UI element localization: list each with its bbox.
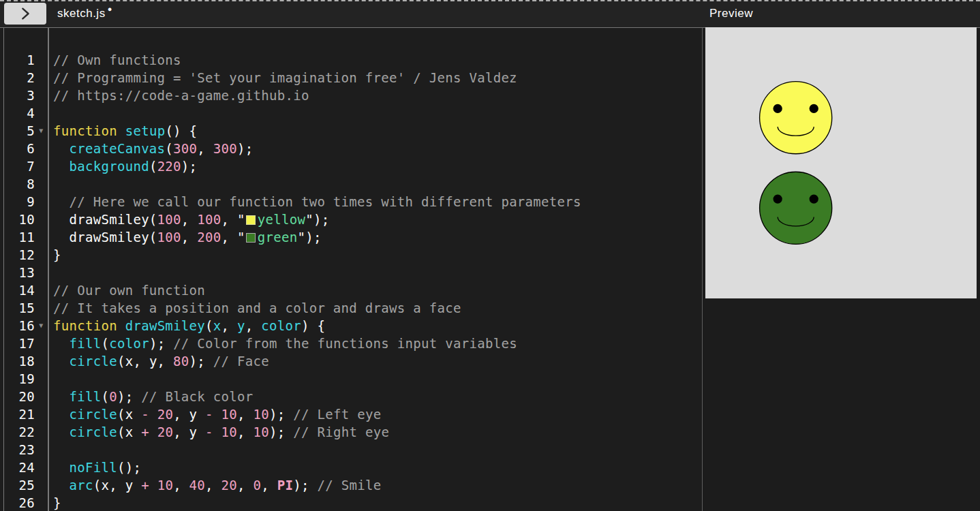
code-line[interactable]: // Our own function xyxy=(53,281,702,299)
fold-spacer xyxy=(35,51,48,69)
color-swatch xyxy=(246,215,256,225)
line-number: 24 xyxy=(4,459,35,476)
line-number: 16 xyxy=(4,317,35,335)
line-number: 2 xyxy=(4,69,35,87)
yellow-smiley xyxy=(760,82,832,154)
code-token: + xyxy=(141,478,149,493)
code-token: fill xyxy=(69,389,101,404)
code-token: 80 xyxy=(173,354,189,369)
code-token: ( xyxy=(149,159,157,174)
fold-spacer xyxy=(35,69,48,87)
fold-spacer xyxy=(35,140,48,157)
gutter: 12345▼678910111213141516▼171819202122232… xyxy=(4,28,49,511)
code-line[interactable]: fill(0); // Black color xyxy=(53,388,702,405)
code-line[interactable]: // https://code-a-game.github.io xyxy=(53,87,702,104)
code-line[interactable]: // Own functions xyxy=(53,51,702,69)
code-token: ( xyxy=(165,141,173,156)
code-token: ); xyxy=(293,478,317,493)
code-line[interactable] xyxy=(53,104,702,122)
code-token: // Own functions xyxy=(53,52,181,67)
line-number: 17 xyxy=(4,335,35,352)
fold-spacer xyxy=(35,405,48,423)
code-token: (x, y xyxy=(93,478,141,493)
preview-panel-title: Preview xyxy=(709,0,753,27)
code-line[interactable]: noFill(); xyxy=(53,459,702,476)
gutter-row: 18 xyxy=(4,352,48,370)
code-token: circle xyxy=(69,354,117,369)
code-editor[interactable]: 12345▼678910111213141516▼171819202122232… xyxy=(3,28,702,511)
code-line[interactable]: drawSmiley(100, 100, "yellow"); xyxy=(53,211,702,228)
code-token: , xyxy=(261,478,277,493)
code-token: , xyxy=(205,478,221,493)
code-token: - xyxy=(205,407,213,422)
code-line[interactable]: // It takes a position and a color and d… xyxy=(53,299,702,317)
smiley-face xyxy=(760,172,832,244)
smiley-left-eye xyxy=(774,104,782,113)
gutter-row: 11 xyxy=(4,228,48,246)
green-smiley xyxy=(760,172,832,244)
code-line[interactable]: createCanvas(300, 300); xyxy=(53,140,702,157)
code-token: , xyxy=(245,318,261,333)
line-number: 26 xyxy=(4,494,35,511)
code-line[interactable]: } xyxy=(53,494,702,511)
code-line[interactable]: // Programming = 'Set your imagination f… xyxy=(53,69,702,87)
code-token: // https://code-a-game.github.io xyxy=(53,88,309,103)
collapse-sidebar-button[interactable] xyxy=(4,3,46,25)
code-token: drawSmiley( xyxy=(53,212,157,227)
code-line[interactable] xyxy=(53,175,702,193)
topbar: sketch.js● Preview xyxy=(0,0,980,28)
code-line[interactable] xyxy=(53,441,702,459)
file-name: sketch.js xyxy=(57,7,106,20)
line-number: 12 xyxy=(4,246,35,264)
fold-arrow-icon[interactable]: ▼ xyxy=(35,317,48,335)
code-token: // Here we call our function two times w… xyxy=(69,194,581,209)
code-token: // Black color xyxy=(141,389,253,404)
code-line[interactable] xyxy=(53,370,702,388)
code-line[interactable] xyxy=(53,264,702,281)
code-token xyxy=(53,407,69,422)
line-number: 4 xyxy=(4,104,35,122)
code-token: (); xyxy=(117,460,141,475)
fold-spacer xyxy=(35,388,48,405)
code-token: 300 xyxy=(173,141,197,156)
fold-arrow-icon[interactable]: ▼ xyxy=(35,122,48,140)
code-line[interactable]: function drawSmiley(x, y, color) { xyxy=(53,317,702,335)
code-line[interactable]: circle(x - 20, y - 10, 10); // Left eye xyxy=(53,405,702,423)
code-token: // Color from the functions input variab… xyxy=(173,336,517,351)
gutter-row: 10 xyxy=(4,211,48,228)
code-line[interactable]: fill(color); // Color from the functions… xyxy=(53,335,702,352)
code-line[interactable]: // Here we call our function two times w… xyxy=(53,193,702,211)
app-window: sketch.js● Preview 12345▼678910111213141… xyxy=(0,0,980,511)
code-token: "); xyxy=(305,212,329,227)
code-line[interactable]: function setup() { xyxy=(53,122,702,140)
code-token: , y xyxy=(173,424,205,439)
gutter-row: 6 xyxy=(4,140,48,157)
code-token: ); xyxy=(117,389,141,404)
fold-spacer xyxy=(35,423,48,441)
code-area[interactable]: // Own functions// Programming = 'Set yo… xyxy=(49,28,702,511)
gutter-row: 9 xyxy=(4,193,48,211)
code-line[interactable]: arc(x, y + 10, 40, 20, 0, PI); // Smile xyxy=(53,476,702,494)
code-token: 300 xyxy=(213,141,237,156)
code-line[interactable]: background(220); xyxy=(53,157,702,175)
fold-spacer xyxy=(35,281,48,299)
code-token: // Left eye xyxy=(293,407,381,422)
fold-spacer xyxy=(35,175,48,193)
code-line[interactable]: circle(x + 20, y - 10, 10); // Right eye xyxy=(53,423,702,441)
code-token: , xyxy=(197,141,213,156)
code-line[interactable]: drawSmiley(100, 200, "green"); xyxy=(53,228,702,246)
code-token: 10 xyxy=(254,407,269,422)
code-token: color xyxy=(109,336,149,351)
code-token: createCanvas xyxy=(69,141,165,156)
code-token: } xyxy=(53,247,61,262)
gutter-row: 4 xyxy=(4,104,48,122)
code-line[interactable]: } xyxy=(53,246,702,264)
code-token xyxy=(53,354,69,369)
code-line[interactable]: circle(x, y, 80); // Face xyxy=(53,352,702,370)
code-token: ( xyxy=(205,318,213,333)
code-token: 200 xyxy=(197,230,221,245)
file-tab[interactable]: sketch.js● xyxy=(57,0,112,27)
fold-spacer xyxy=(35,494,48,511)
code-token xyxy=(53,460,69,475)
code-token: 100 xyxy=(157,230,181,245)
